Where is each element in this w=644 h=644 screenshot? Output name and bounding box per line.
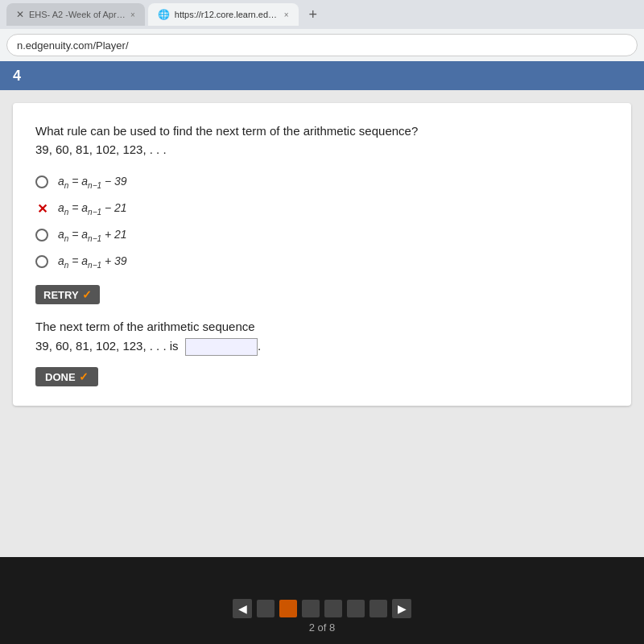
nav-next-button[interactable]: ▶ bbox=[392, 599, 411, 618]
tab1-favicon: ✕ bbox=[16, 9, 24, 20]
retry-label: RETRY bbox=[43, 289, 79, 301]
followup-line1: The next term of the arithmetic sequence bbox=[35, 320, 255, 333]
content-area: What rule can be used to find the next t… bbox=[0, 90, 644, 557]
page-indicator: 2 of 8 bbox=[309, 621, 336, 634]
answer-input-box[interactable] bbox=[185, 338, 258, 356]
done-label: DONE bbox=[45, 371, 76, 383]
address-bar[interactable]: n.edgenuity.com/Player/ bbox=[6, 34, 638, 56]
radio-4[interactable] bbox=[35, 255, 48, 268]
new-tab-button[interactable]: + bbox=[302, 3, 324, 26]
tab-1[interactable]: ✕ EHS- A2 -Week of April 4 - Edge... × bbox=[6, 3, 145, 26]
question-card: What rule can be used to find the next t… bbox=[13, 103, 631, 406]
done-check-icon: ✓ bbox=[79, 370, 89, 383]
question-line1: What rule can be used to find the next t… bbox=[35, 124, 418, 138]
question-text: What rule can be used to find the next t… bbox=[35, 122, 609, 159]
retry-check-icon: ✓ bbox=[82, 288, 92, 301]
page-number: 4 bbox=[13, 68, 21, 85]
tab-2[interactable]: 🌐 https://r12.core.learn.edgenuity.c... … bbox=[148, 3, 299, 26]
retry-button[interactable]: RETRY ✓ bbox=[35, 285, 100, 304]
tab1-label: EHS- A2 -Week of April 4 - Edge... bbox=[29, 10, 126, 19]
option-1[interactable]: an = an−1 − 39 bbox=[35, 175, 609, 190]
page-header-bar: 4 bbox=[0, 61, 644, 90]
radio-1[interactable] bbox=[35, 175, 48, 188]
nav-dot-4[interactable] bbox=[324, 600, 342, 617]
bottom-nav: ◀ ▶ 2 of 8 bbox=[0, 588, 644, 644]
nav-prev-button[interactable]: ◀ bbox=[233, 599, 252, 618]
option-3-label: an = an−1 + 21 bbox=[58, 228, 127, 243]
nav-controls: ◀ ▶ bbox=[233, 599, 411, 618]
tab1-close[interactable]: × bbox=[130, 10, 135, 19]
tab2-close[interactable]: × bbox=[284, 10, 289, 19]
radio-3[interactable] bbox=[35, 229, 48, 242]
question-line2: 39, 60, 81, 102, 123, . . . bbox=[35, 142, 167, 156]
option-2-label: an = an−1 − 21 bbox=[58, 201, 127, 217]
tab2-favicon: 🌐 bbox=[158, 9, 170, 20]
tab2-label: https://r12.core.learn.edgenuity.c... bbox=[175, 10, 279, 19]
option-2[interactable]: ✕ an = an−1 − 21 bbox=[35, 201, 609, 217]
followup-line2: 39, 60, 81, 102, 123, . . . is bbox=[35, 339, 179, 353]
tab-bar: ✕ EHS- A2 -Week of April 4 - Edge... × 🌐… bbox=[0, 0, 644, 29]
address-bar-row: n.edgenuity.com/Player/ bbox=[0, 29, 644, 61]
option-4[interactable]: an = an−1 + 39 bbox=[35, 254, 609, 270]
address-bar-url: n.edgenuity.com/Player/ bbox=[17, 39, 129, 52]
browser-chrome: ✕ EHS- A2 -Week of April 4 - Edge... × 🌐… bbox=[0, 0, 644, 61]
option-4-label: an = an−1 + 39 bbox=[58, 254, 127, 270]
option-1-label: an = an−1 − 39 bbox=[58, 175, 127, 190]
nav-dot-2[interactable] bbox=[279, 600, 297, 617]
done-button[interactable]: DONE ✓ bbox=[35, 367, 98, 386]
answer-options: an = an−1 − 39 ✕ an = an−1 − 21 an = an−… bbox=[35, 175, 609, 269]
option-3[interactable]: an = an−1 + 21 bbox=[35, 228, 609, 243]
nav-dot-1[interactable] bbox=[257, 600, 275, 617]
nav-dot-3[interactable] bbox=[302, 600, 320, 617]
followup-text: The next term of the arithmetic sequence… bbox=[35, 317, 609, 356]
nav-dot-6[interactable] bbox=[369, 600, 387, 617]
nav-dot-5[interactable] bbox=[347, 600, 365, 617]
wrong-mark-icon: ✕ bbox=[35, 201, 48, 217]
